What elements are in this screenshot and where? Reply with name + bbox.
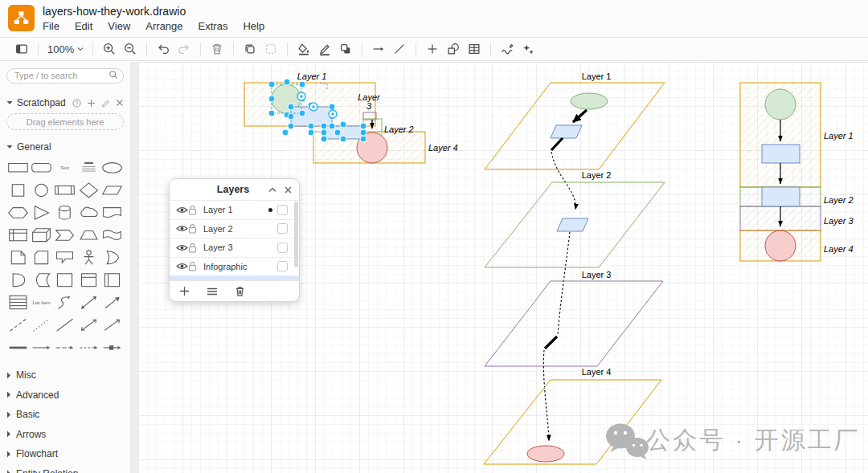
- undo-button[interactable]: [153, 39, 174, 59]
- insert-button[interactable]: [422, 39, 443, 59]
- shape-diamond[interactable]: [77, 180, 100, 200]
- shape-process[interactable]: [53, 180, 76, 200]
- shape-container[interactable]: [53, 270, 76, 290]
- red-ellipse[interactable]: [527, 446, 564, 462]
- shape-list-item[interactable]: List Item: [30, 292, 53, 312]
- layer-checkbox[interactable]: [277, 205, 288, 215]
- scratchpad-section-header[interactable]: Scratchpad ?: [6, 97, 124, 108]
- fill-color-button[interactable]: [293, 39, 314, 59]
- shadow-button[interactable]: [335, 39, 356, 59]
- scratchpad-dropzone[interactable]: Drag elements here: [6, 113, 124, 130]
- insert-table-button[interactable]: [464, 39, 485, 59]
- zoom-in-button[interactable]: [99, 39, 120, 59]
- dashed-edge-1[interactable]: [551, 152, 575, 210]
- flat-blue-rect-2[interactable]: [762, 187, 800, 206]
- shape-step[interactable]: [53, 225, 76, 245]
- flattened-layers-diagram[interactable]: Layer 1 Layer 2 Layer 3 Layer 4: [740, 83, 854, 261]
- shape-triangle[interactable]: [30, 202, 53, 222]
- shape-internal-storage[interactable]: [6, 225, 30, 245]
- shape-callout[interactable]: [53, 247, 76, 267]
- shape-arrow-edge[interactable]: [53, 337, 76, 357]
- layer-row-layer-3[interactable]: Layer 3: [170, 238, 299, 257]
- layer-checkbox[interactable]: [277, 261, 288, 271]
- shape-bidirectional-arrow[interactable]: [77, 292, 100, 312]
- shape-directional-connector[interactable]: [100, 315, 124, 335]
- section-misc[interactable]: Misc: [6, 365, 124, 385]
- zoom-level-select[interactable]: 100%: [44, 43, 87, 55]
- shape-bidirectional-connector[interactable]: [77, 315, 100, 335]
- menu-help[interactable]: Help: [243, 20, 264, 32]
- shape-line[interactable]: [53, 315, 76, 335]
- shape-dotted-line[interactable]: [30, 315, 53, 335]
- collapse-panel-icon[interactable]: [268, 187, 276, 193]
- flat-green-circle[interactable]: [765, 89, 796, 120]
- menu-file[interactable]: File: [43, 20, 59, 32]
- layer-visibility-icon[interactable]: [176, 206, 188, 214]
- shape-dashed-edge[interactable]: [77, 337, 100, 357]
- flat-red-circle[interactable]: [765, 230, 796, 261]
- layer3-plane[interactable]: [485, 281, 663, 366]
- blue-parallelogram-2[interactable]: [557, 218, 588, 231]
- layer-row-layer-1[interactable]: Layer 1: [170, 200, 299, 219]
- shape-data-storage[interactable]: [30, 270, 53, 290]
- shape-cube[interactable]: [30, 225, 53, 245]
- copy-button[interactable]: [240, 39, 260, 59]
- waypoint-style-button[interactable]: [389, 39, 410, 59]
- layers-panel-header[interactable]: Layers: [170, 179, 299, 200]
- connection-style-button[interactable]: [368, 39, 389, 59]
- shape-rectangle[interactable]: [6, 157, 30, 177]
- shape-heading[interactable]: [77, 157, 100, 177]
- shape-trapezoid[interactable]: [77, 225, 100, 245]
- add-icon[interactable]: [87, 99, 96, 108]
- general-section-header[interactable]: General: [6, 141, 124, 153]
- shape-cylinder[interactable]: [53, 202, 76, 222]
- layer-visibility-icon[interactable]: [176, 262, 188, 271]
- canvas[interactable]: Layer 1 Layer 3 Layer 2 Layer 4: [138, 62, 868, 473]
- layer-lock-icon[interactable]: [188, 223, 197, 234]
- blue-parallelogram-1[interactable]: [551, 125, 582, 138]
- shape-square[interactable]: [6, 180, 30, 200]
- layer-row-layer-2[interactable]: Layer 2: [170, 219, 299, 239]
- layers-menu-button[interactable]: [207, 287, 218, 296]
- shape-rounded-rectangle[interactable]: [30, 157, 53, 177]
- menu-view[interactable]: View: [108, 20, 130, 32]
- section-entity-relation[interactable]: Entity Relation: [6, 464, 124, 473]
- layer-checkbox[interactable]: [277, 243, 288, 253]
- layer-row-infographic[interactable]: Infographic: [170, 257, 299, 276]
- shape-curve[interactable]: [53, 292, 76, 312]
- layer-lock-icon[interactable]: [188, 205, 197, 215]
- layer-visibility-icon[interactable]: [176, 224, 188, 233]
- sidebar-scrollbar[interactable]: [130, 62, 138, 473]
- shape-text[interactable]: Text: [53, 157, 76, 177]
- layer-lock-icon[interactable]: [188, 243, 197, 253]
- shape-note[interactable]: [6, 247, 30, 267]
- shape-cloud[interactable]: [77, 202, 100, 222]
- help-icon[interactable]: ?: [72, 99, 81, 108]
- section-basic[interactable]: Basic: [6, 405, 124, 425]
- shape-frame[interactable]: [77, 270, 100, 290]
- line-color-button[interactable]: [314, 39, 335, 59]
- menu-extras[interactable]: Extras: [199, 20, 228, 32]
- shape-or[interactable]: [100, 247, 124, 267]
- flat-blue-rect-1[interactable]: [762, 145, 800, 163]
- green-ellipse[interactable]: [571, 93, 608, 109]
- shape-ellipse[interactable]: [100, 157, 124, 177]
- insert-shape-button[interactable]: [443, 39, 464, 59]
- layers-scrollbar[interactable]: [294, 202, 298, 267]
- paste-button[interactable]: [260, 39, 281, 59]
- shape-and[interactable]: [6, 270, 30, 290]
- thick-arrow[interactable]: [573, 110, 587, 122]
- close-icon[interactable]: [116, 99, 124, 107]
- format-panel-toggle-button[interactable]: [11, 39, 32, 59]
- menu-edit[interactable]: Edit: [75, 20, 92, 32]
- layer-visibility-icon[interactable]: [176, 243, 188, 252]
- shape-document[interactable]: [100, 202, 124, 222]
- shape-labeled-edge[interactable]: [100, 337, 124, 357]
- shape-directional-edge[interactable]: [30, 337, 53, 357]
- shape-vertical-container[interactable]: [100, 270, 124, 290]
- shape-card[interactable]: [30, 247, 53, 267]
- delete-button[interactable]: [207, 39, 227, 59]
- shape-link[interactable]: [6, 337, 30, 357]
- edge-stub-1[interactable]: [551, 138, 563, 150]
- section-advanced[interactable]: Advanced: [6, 385, 124, 406]
